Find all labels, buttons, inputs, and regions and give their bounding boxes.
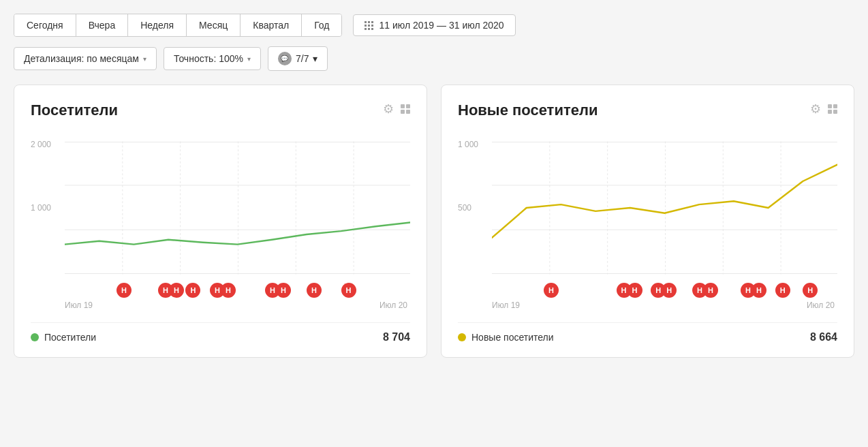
chart2-annotations: Н Н Н Н Н Н Н Н Н Н Н [492,276,837,298]
filter-toolbar: Детализация: по месяцам ▾ Точность: 100%… [14,46,854,71]
chevron-down-icon-2: ▾ [247,55,251,63]
annotation-badge-1[interactable]: Н [117,283,131,298]
gear-icon-2[interactable]: ⚙ [810,102,821,117]
chart1-legend-label: Посетители [44,332,96,343]
chart2-y-label-mid: 500 [458,203,492,213]
annotation-badge-c2-7[interactable]: Н [803,283,818,298]
period-buttons: Сегодня Вчера Неделя Месяц Квартал Год [14,14,342,37]
comments-label: 7/7 [296,53,309,64]
chart2-svg [492,140,837,276]
annotation-badge-7[interactable]: Н [341,283,356,298]
btn-yesterday[interactable]: Вчера [76,14,129,36]
chevron-down-icon: ▾ [143,55,146,63]
accuracy-dropdown[interactable]: Точность: 100% ▾ [164,47,261,70]
chevron-down-icon-3: ▾ [313,53,317,64]
chart1-y-label-mid: 1 000 [31,203,65,213]
annotation-badge-c2-2[interactable]: Н Н [617,283,642,298]
chart1-legend: Посетители 8 704 [31,322,410,343]
chart1-actions: ⚙ [383,102,410,117]
charts-row: Посетители ⚙ 2 000 1 000 0 [14,84,854,358]
btn-week[interactable]: Неделя [128,14,187,36]
gear-icon[interactable]: ⚙ [383,102,394,117]
chart1-x-left: Июл 19 [65,300,93,310]
annotation-badge-3[interactable]: Н [185,283,200,298]
chart2-legend-value: 8 664 [810,331,837,343]
chart1-y-label-top: 2 000 [31,140,65,149]
detail-dropdown[interactable]: Детализация: по месяцам ▾ [14,47,157,70]
date-range-text: 11 июл 2019 — 31 июл 2020 [379,20,503,31]
chart2-x-left: Июл 19 [492,300,520,310]
new-visitors-chart-card: Новые посетители ⚙ 1 000 500 0 [441,84,854,358]
annotation-badge-4[interactable]: Н Н [210,283,236,298]
chart1-header: Посетители ⚙ [31,102,410,119]
chart2-x-axis: Июл 19 Июл 20 [458,300,837,310]
chart1-x-axis: Июл 19 Июл 20 [31,300,410,310]
chart2-legend-dot [458,333,466,341]
chart1-x-right: Июл 20 [379,300,407,310]
comments-button[interactable]: 💬 7/7 ▾ [268,46,328,71]
btn-quarter[interactable]: Квартал [241,14,302,36]
chart2-x-right: Июл 20 [807,300,835,310]
accuracy-label: Точность: 100% [174,53,243,64]
chart2-legend-label: Новые посетители [471,332,554,343]
chart1-legend-left: Посетители [31,332,96,343]
chart2-y-label-top: 1 000 [458,140,492,149]
grid-icon-2[interactable] [828,104,837,114]
annotation-badge-c2-3[interactable]: Н Н [651,283,677,298]
btn-today[interactable]: Сегодня [14,14,76,36]
btn-year[interactable]: Год [302,14,341,36]
annotation-badge-c2-6[interactable]: Н [775,283,790,298]
visitors-chart-card: Посетители ⚙ 2 000 1 000 0 [14,84,427,358]
chart1-svg [65,140,410,276]
comment-bubble-icon: 💬 [278,52,292,65]
annotation-badge-5[interactable]: Н Н [265,283,291,298]
chart2-title: Новые посетители [458,102,598,119]
chart1-legend-value: 8 704 [383,331,410,343]
annotation-badge-6[interactable]: Н [307,283,322,298]
chart2-legend-left: Новые посетители [458,332,554,343]
annotation-badge-c2-4[interactable]: Н Н [692,283,718,298]
annotation-badge-c2-5[interactable]: Н Н [741,283,766,298]
btn-month[interactable]: Месяц [187,14,241,36]
chart2-legend: Новые посетители 8 664 [458,322,837,343]
annotation-badge-c2-1[interactable]: Н [544,283,559,298]
chart1-annotations: Н Н Н Н Н Н Н Н Н Н [65,276,410,298]
detail-label: Детализация: по месяцам [24,53,139,64]
chart2-header: Новые посетители ⚙ [458,102,837,119]
period-toolbar: Сегодня Вчера Неделя Месяц Квартал Год 1… [14,14,854,37]
grid-icon[interactable] [401,104,410,114]
date-range-button[interactable]: 11 июл 2019 — 31 июл 2020 [353,14,515,36]
chart1-title: Посетители [31,102,118,119]
annotation-badge-2[interactable]: Н Н [158,283,184,298]
chart1-legend-dot [31,333,39,341]
chart2-actions: ⚙ [810,102,837,117]
calendar-icon [365,21,373,30]
